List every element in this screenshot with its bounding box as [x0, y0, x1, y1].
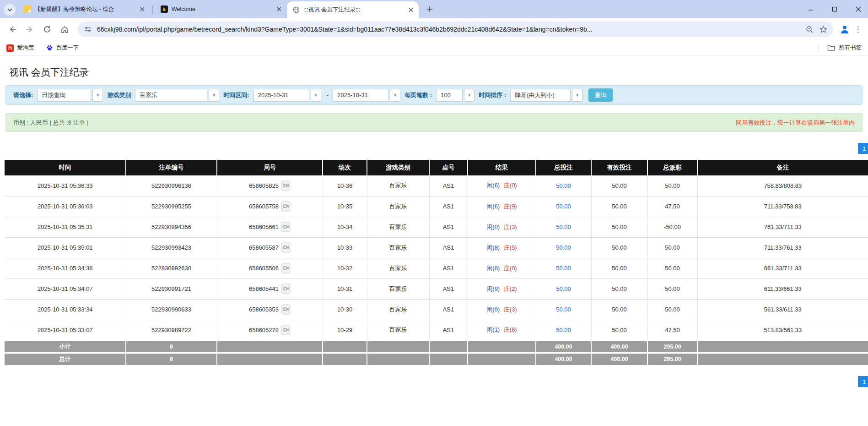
note: 611.33/661.33: [697, 279, 868, 299]
total-bet-link[interactable]: 50.00: [556, 203, 571, 210]
payout: 50.00: [647, 175, 697, 196]
url-text[interactable]: 66cxkj98.com/ipl/portal.php/game/betreco…: [97, 26, 800, 33]
per-page-select[interactable]: 100 ▼: [436, 89, 474, 102]
address-bar[interactable]: 66cxkj98.com/ipl/portal.php/game/betreco…: [78, 22, 833, 37]
home-icon[interactable]: [57, 22, 72, 37]
result-banker: 庄(3): [504, 306, 517, 313]
total-payout: 295.00: [647, 353, 697, 365]
date-from-select[interactable]: 2025-10-31 ▼: [253, 89, 321, 102]
round-number: 658605278: [249, 327, 279, 333]
dropdown-arrow-icon[interactable]: ▼: [390, 89, 400, 102]
table-row: 2025-10-31 05:35:01 522930993423 6586055…: [5, 237, 868, 258]
new-tab-button[interactable]: [423, 3, 436, 16]
taobao-icon: 淘: [6, 44, 14, 52]
tab-title: 【新提醒】海燕策略论坛 - 综合: [35, 5, 135, 13]
video-replay-icon[interactable]: [281, 325, 291, 335]
column-header: 时间: [5, 160, 126, 175]
query-mode-select[interactable]: 日期查询 ▼: [37, 89, 103, 102]
table-row: 2025-10-31 05:34:36 522930992630 6586055…: [5, 258, 868, 279]
close-tab-icon[interactable]: [275, 5, 283, 13]
browser-menu-icon[interactable]: ⋮: [852, 25, 863, 34]
minimize-icon[interactable]: [806, 4, 816, 14]
tab-search-button[interactable]: [4, 4, 16, 16]
total-bet-link[interactable]: 50.00: [556, 285, 571, 292]
page-1-button[interactable]: 1: [858, 376, 868, 387]
result-cell: 闲(8) 庄(0): [468, 258, 536, 279]
column-header: 有效投注: [591, 160, 647, 175]
video-replay-icon[interactable]: [281, 284, 291, 294]
video-replay-icon[interactable]: [281, 222, 291, 232]
round-cell: 658605506: [217, 258, 323, 279]
bookmark-taobao[interactable]: 淘 爱淘宝: [6, 44, 34, 52]
bet-time: 2025-10-31 05:35:31: [5, 217, 126, 237]
video-replay-icon[interactable]: [281, 242, 291, 253]
total-bet-link[interactable]: 50.00: [556, 244, 571, 251]
dropdown-arrow-icon[interactable]: ▼: [311, 89, 321, 102]
profile-avatar-icon[interactable]: [839, 23, 851, 35]
tab-forum[interactable]: 【新提醒】海燕策略论坛 - 综合: [18, 1, 150, 17]
game-type-select[interactable]: 百家乐 ▼: [135, 89, 219, 102]
result-banker: 庄(2): [504, 285, 517, 292]
video-replay-icon[interactable]: [281, 180, 291, 191]
dropdown-arrow-icon[interactable]: ▼: [464, 89, 474, 102]
tab-welcome[interactable]: ♞ Welcome: [155, 1, 287, 17]
forward-icon[interactable]: [22, 22, 38, 37]
total-bet-cell: 50.00: [536, 196, 591, 217]
result-banker: 庄(0): [504, 265, 517, 272]
column-header: 总派彩: [647, 160, 697, 175]
video-replay-icon[interactable]: [281, 263, 291, 273]
game-type: 百家乐: [367, 196, 429, 217]
total-bet-link[interactable]: 50.00: [556, 182, 571, 189]
tab-bet-records-active[interactable]: :::视讯 会员下注纪录:::: [287, 1, 419, 18]
payout: 50.00: [647, 258, 697, 279]
table-number: AS1: [429, 175, 468, 196]
session: 10-36: [323, 175, 367, 196]
maximize-icon[interactable]: [830, 4, 840, 14]
round-cell: 658605587: [217, 237, 323, 258]
bookmark-label: 爱淘宝: [17, 44, 34, 52]
zoom-icon[interactable]: [805, 25, 814, 34]
session: 10-33: [323, 237, 367, 258]
payout: -50.00: [647, 217, 697, 237]
browser-tab-strip: 【新提醒】海燕策略论坛 - 综合 ♞ Welcome :::视讯 会员下注纪录:…: [0, 0, 868, 18]
date-to-select[interactable]: 2025-10-31 ▼: [333, 89, 400, 102]
note: 661.33/711.33: [697, 258, 868, 279]
round-number: 658605661: [249, 224, 279, 230]
reload-icon[interactable]: [39, 22, 55, 37]
site-info-icon[interactable]: [83, 25, 92, 34]
all-bookmarks[interactable]: 所有书签: [819, 44, 862, 52]
column-header: 总投注: [536, 160, 591, 175]
dropdown-arrow-icon[interactable]: ▼: [209, 89, 219, 102]
valid-bet: 50.00: [591, 299, 647, 320]
total-bet-link[interactable]: 50.00: [556, 306, 571, 313]
close-tab-icon[interactable]: [138, 5, 146, 13]
total-bet-link[interactable]: 50.00: [556, 265, 571, 272]
bet-time: 2025-10-31 05:35:01: [5, 237, 126, 258]
valid-bet: 50.00: [591, 258, 647, 279]
bookmark-baidu[interactable]: 百度一下: [46, 44, 79, 52]
column-header: 游戏类别: [367, 160, 429, 175]
close-window-icon[interactable]: [853, 4, 863, 14]
video-replay-icon[interactable]: [281, 304, 291, 315]
search-button[interactable]: 查询: [588, 88, 613, 102]
total-bet-link[interactable]: 50.00: [556, 224, 571, 230]
note: 513.83/561.33: [697, 320, 868, 340]
dropdown-arrow-icon[interactable]: ▼: [572, 89, 582, 102]
globe-favicon-icon: [292, 6, 300, 14]
total-bet-link[interactable]: 50.00: [556, 327, 571, 333]
result-banker: 庄(9): [504, 203, 517, 210]
back-icon[interactable]: [5, 22, 20, 37]
column-header: 场次: [323, 160, 367, 175]
bookmark-star-icon[interactable]: [819, 25, 828, 34]
round-number: 658605825: [249, 182, 279, 189]
bet-id: 522930989722: [126, 320, 217, 340]
close-tab-icon[interactable]: [407, 6, 415, 14]
payout: 50.00: [647, 299, 697, 320]
result-cell: 闲(6) 庄(0): [468, 175, 536, 196]
game-type: 百家乐: [367, 175, 429, 196]
browser-toolbar: 66cxkj98.com/ipl/portal.php/game/betreco…: [0, 18, 868, 40]
sort-select[interactable]: 降幂(由大到小) ▼: [510, 89, 582, 102]
dropdown-arrow-icon[interactable]: ▼: [92, 89, 103, 102]
video-replay-icon[interactable]: [281, 201, 291, 212]
page-1-button[interactable]: 1: [858, 143, 868, 154]
